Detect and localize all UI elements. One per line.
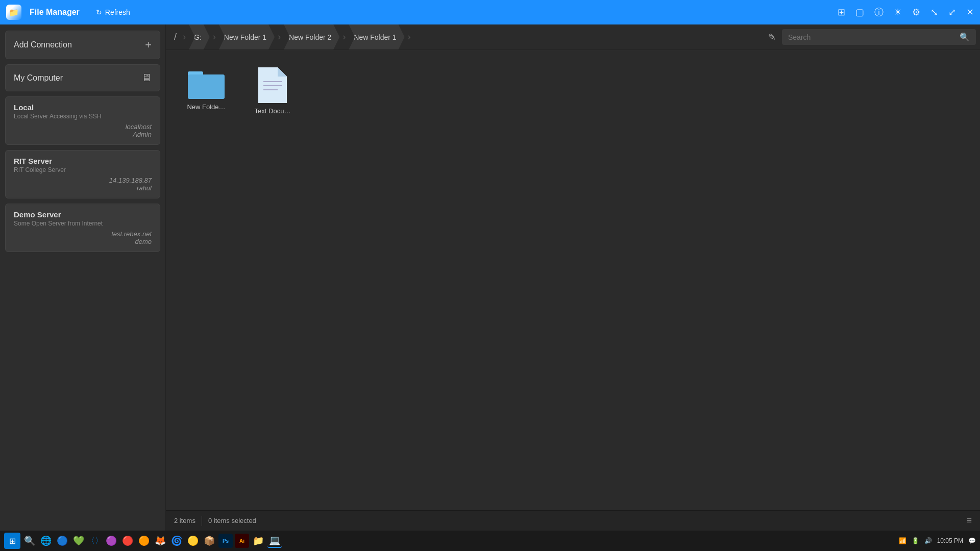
connection-name: RIT Server bbox=[14, 157, 152, 165]
window-controls: ⊞ ▢ ⓘ ☀ ⚙ ⤡ ⤢ ✕ bbox=[838, 6, 974, 18]
taskbar-search-icon[interactable]: 🔍 bbox=[22, 534, 37, 548]
breadcrumb-new-folder-2[interactable]: New Folder 2 bbox=[284, 24, 339, 49]
monitor-icon: 🖥 bbox=[141, 72, 152, 84]
clock: 10:05 PM bbox=[937, 537, 963, 544]
battery-icon: 🔋 bbox=[912, 537, 919, 544]
gear-icon[interactable]: ⚙ bbox=[912, 7, 920, 18]
file-label: New Folde… bbox=[187, 103, 225, 111]
taskbar-box-icon[interactable]: 📦 bbox=[202, 534, 216, 548]
info-icon[interactable]: ⓘ bbox=[874, 6, 884, 18]
close-icon[interactable]: ✕ bbox=[966, 7, 974, 18]
connection-host: localhost bbox=[14, 123, 152, 131]
breadcrumb-separator-1: › bbox=[211, 32, 218, 42]
sidebar-item-demo-server[interactable]: Demo Server Some Open Server from Intern… bbox=[5, 204, 160, 252]
volume-icon: 🔊 bbox=[924, 537, 932, 544]
refresh-label: Refresh bbox=[105, 8, 130, 16]
breadcrumb-separator-0: › bbox=[181, 32, 188, 42]
connection-host: test.rebex.net bbox=[14, 230, 152, 238]
items-count: 2 items bbox=[174, 517, 195, 524]
taskbar-purple-icon[interactable]: 🟣 bbox=[104, 534, 118, 548]
minimize-icon[interactable]: ⤡ bbox=[930, 7, 938, 18]
breadcrumb-separator-2: › bbox=[276, 32, 283, 42]
connection-desc: Some Open Server from Internet bbox=[14, 220, 152, 227]
selected-count: 0 items selected bbox=[208, 517, 256, 524]
my-computer-button[interactable]: My Computer 🖥 bbox=[5, 64, 160, 91]
content-area: / › G: › New Folder 1 › New Folder 2 › N… bbox=[166, 24, 980, 531]
search-bar[interactable]: 🔍 bbox=[782, 29, 976, 45]
taskbar-globe-icon[interactable]: 🌐 bbox=[39, 534, 53, 548]
file-grid: New Folde… Text Docu… bbox=[166, 50, 980, 510]
taskbar-folder-icon[interactable]: 📁 bbox=[251, 534, 265, 548]
breadcrumb-bar: / › G: › New Folder 1 › New Folder 2 › N… bbox=[166, 24, 980, 50]
app-logo: 📁 bbox=[6, 5, 21, 20]
connection-desc: RIT College Server bbox=[14, 166, 152, 173]
file-item-text[interactable]: Text Docu… bbox=[244, 62, 301, 118]
file-label: Text Docu… bbox=[255, 107, 291, 115]
connection-user: Admin bbox=[14, 131, 152, 138]
notification-icon[interactable]: 💬 bbox=[968, 537, 976, 544]
taskbar-ai-icon[interactable]: Ai bbox=[235, 534, 249, 548]
search-icon[interactable]: 🔍 bbox=[960, 32, 970, 42]
breadcrumb-separator-3: › bbox=[340, 32, 348, 42]
taskbar-edge-icon[interactable]: 🌀 bbox=[169, 534, 184, 548]
main-area: Add Connection + My Computer 🖥 Local Loc… bbox=[0, 24, 980, 531]
my-computer-label: My Computer bbox=[14, 73, 63, 83]
svg-rect-2 bbox=[188, 74, 225, 99]
wifi-icon: 📶 bbox=[899, 537, 906, 544]
brightness-icon[interactable]: ☀ bbox=[894, 7, 902, 18]
start-button[interactable]: ⊞ bbox=[4, 533, 20, 549]
sidebar-item-local[interactable]: Local Local Server Accessing via SSH loc… bbox=[5, 96, 160, 145]
edit-path-icon[interactable]: ✎ bbox=[762, 32, 782, 43]
titlebar: 📁 File Manager ↻ Refresh ⊞ ▢ ⓘ ☀ ⚙ ⤡ ⤢ ✕ bbox=[0, 0, 980, 24]
statusbar-right: ≡ bbox=[966, 515, 972, 526]
add-connection-plus-icon: + bbox=[145, 38, 152, 52]
connection-host: 14.139.188.87 bbox=[14, 177, 152, 184]
taskbar-filemanager-icon[interactable]: 💻 bbox=[267, 534, 282, 548]
system-tray: 📶 🔋 🔊 10:05 PM 💬 bbox=[899, 537, 976, 544]
taskbar: ⊞ 🔍 🌐 🔵 💚 〈〉 🟣 🔴 🟠 🦊 🌀 🟡 📦 Ps Ai 📁 💻 📶 🔋… bbox=[0, 531, 980, 551]
maximize-icon[interactable]: ⤢ bbox=[948, 7, 956, 18]
taskbar-orange-icon[interactable]: 🟠 bbox=[137, 534, 151, 548]
sidebar-item-rit-server[interactable]: RIT Server RIT College Server 14.139.188… bbox=[5, 150, 160, 198]
add-connection-button[interactable]: Add Connection + bbox=[5, 31, 160, 59]
folder-icon bbox=[188, 67, 225, 99]
list-view-icon[interactable]: ≡ bbox=[966, 515, 972, 525]
svg-marker-4 bbox=[278, 67, 287, 77]
breadcrumb-new-folder-1[interactable]: New Folder 1 bbox=[219, 24, 275, 49]
connection-desc: Local Server Accessing via SSH bbox=[14, 113, 152, 120]
add-connection-label: Add Connection bbox=[14, 40, 72, 49]
refresh-button[interactable]: ↻ Refresh bbox=[96, 8, 130, 16]
taskbar-red-icon[interactable]: 🔴 bbox=[120, 534, 135, 548]
breadcrumb-g-drive[interactable]: G: bbox=[189, 24, 210, 49]
statusbar: 2 items 0 items selected ≡ bbox=[166, 510, 980, 531]
taskbar-fox-icon[interactable]: 🦊 bbox=[153, 534, 167, 548]
window-icon[interactable]: ▢ bbox=[855, 7, 864, 18]
app-title: File Manager bbox=[30, 8, 80, 17]
breadcrumb-separator-4: › bbox=[406, 32, 413, 42]
taskbar-ps-icon[interactable]: Ps bbox=[218, 534, 233, 548]
breadcrumb-new-folder-1b[interactable]: New Folder 1 bbox=[349, 24, 404, 49]
status-separator bbox=[202, 516, 202, 526]
file-item-folder[interactable]: New Folde… bbox=[178, 62, 234, 118]
taskbar-code-icon[interactable]: 〈〉 bbox=[88, 534, 102, 548]
connection-name: Demo Server bbox=[14, 210, 152, 219]
taskbar-yellow-icon[interactable]: 🟡 bbox=[186, 534, 200, 548]
windows-icon: ⊞ bbox=[9, 536, 16, 546]
breadcrumb-root[interactable]: / bbox=[170, 24, 181, 49]
connection-user: demo bbox=[14, 238, 152, 245]
connection-user: rahul bbox=[14, 184, 152, 192]
sidebar: Add Connection + My Computer 🖥 Local Loc… bbox=[0, 24, 166, 531]
taskbar-blue-icon[interactable]: 🔵 bbox=[55, 534, 69, 548]
document-icon bbox=[258, 67, 287, 103]
search-input[interactable] bbox=[788, 33, 955, 41]
taskbar-green-icon[interactable]: 💚 bbox=[71, 534, 86, 548]
refresh-icon: ↻ bbox=[96, 8, 102, 16]
connection-name: Local bbox=[14, 103, 152, 112]
grid-icon[interactable]: ⊞ bbox=[838, 7, 845, 18]
